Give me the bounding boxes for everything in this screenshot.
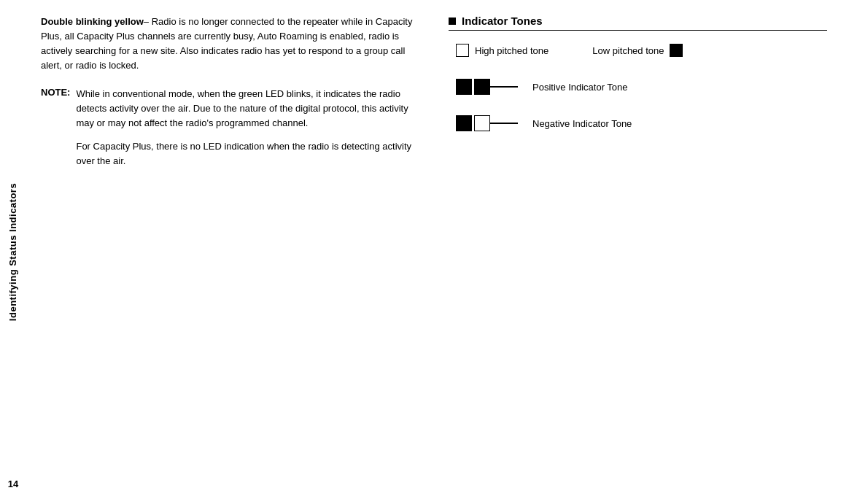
negative-visual xyxy=(456,115,518,131)
note-block: NOTE: While in conventional mode, when t… xyxy=(41,87,419,169)
high-pitched-item: High pitched tone xyxy=(456,44,548,57)
low-pitched-item: Low pitched tone xyxy=(592,44,683,57)
positive-block1 xyxy=(456,79,472,95)
tone-legend: High pitched tone Low pitched tone xyxy=(449,44,827,57)
note-paragraph-1: While in conventional mode, when the gre… xyxy=(76,87,419,131)
positive-block2 xyxy=(474,79,490,95)
main-content: Double blinking yellow– Radio is no long… xyxy=(26,0,849,504)
low-pitched-label: Low pitched tone xyxy=(592,45,664,56)
note-text: While in conventional mode, when the gre… xyxy=(76,87,419,169)
negative-line xyxy=(490,123,518,124)
positive-line xyxy=(490,86,518,88)
high-pitched-label: High pitched tone xyxy=(475,45,548,56)
high-pitched-icon xyxy=(456,44,469,57)
left-column: Double blinking yellow– Radio is no long… xyxy=(41,15,419,489)
negative-indicator-label: Negative Indicator Tone xyxy=(532,118,649,129)
section-header: Indicator Tones xyxy=(449,15,827,31)
positive-indicator-row: Positive Indicator Tone xyxy=(456,79,827,95)
main-body-text: Double blinking yellow– Radio is no long… xyxy=(41,15,419,74)
right-column: Indicator Tones High pitched tone Low pi… xyxy=(449,15,827,489)
sidebar-label: Identifying Status Indicators xyxy=(8,183,19,321)
low-pitched-icon xyxy=(670,44,683,57)
dash: – xyxy=(144,16,149,27)
negative-block-filled xyxy=(456,115,472,131)
negative-indicator-row: Negative Indicator Tone xyxy=(456,115,827,131)
positive-indicator-label: Positive Indicator Tone xyxy=(532,82,649,93)
negative-block-outline xyxy=(474,115,490,131)
sidebar: Identifying Status Indicators 14 xyxy=(0,0,26,504)
page-number: 14 xyxy=(8,478,18,489)
positive-visual xyxy=(456,79,518,95)
section-square-icon xyxy=(449,18,456,25)
indicator-tones-container: Positive Indicator Tone Negative Indicat… xyxy=(449,79,827,131)
note-paragraph-2: For Capacity Plus, there is no LED indic… xyxy=(76,139,419,168)
note-label: NOTE: xyxy=(41,87,70,169)
section-title: Indicator Tones xyxy=(462,15,543,27)
bold-term: Double blinking yellow xyxy=(41,16,144,27)
